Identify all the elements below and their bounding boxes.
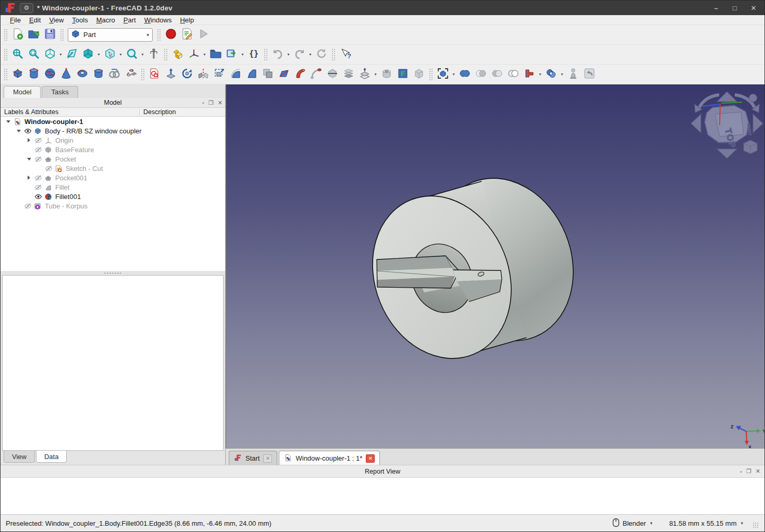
measure-button[interactable] bbox=[145, 46, 162, 63]
tree-expander-collapsed[interactable] bbox=[24, 174, 33, 182]
mdi-tab-close-icon[interactable]: ✕ bbox=[263, 454, 272, 463]
tree-item-fillet001[interactable]: Fillet001 bbox=[1, 192, 225, 201]
undo-button[interactable] bbox=[269, 46, 286, 63]
resize-grip[interactable] bbox=[752, 522, 759, 529]
open-document-button[interactable] bbox=[26, 27, 42, 43]
view-cursor-button[interactable] bbox=[102, 46, 118, 63]
toolbar-grip[interactable] bbox=[331, 48, 335, 61]
view-size-indicator[interactable]: 81.58 mm x 55.15 mm bbox=[669, 519, 736, 527]
shape-builder-button[interactable] bbox=[106, 66, 122, 82]
report-float-icon[interactable]: ❐ bbox=[746, 468, 751, 475]
toolbar-grip[interactable] bbox=[4, 68, 7, 81]
axonometric-dropdown-icon[interactable]: ▾ bbox=[58, 46, 64, 63]
cross-sections-button[interactable] bbox=[340, 66, 356, 82]
pawn-button[interactable] bbox=[565, 66, 581, 82]
scale-button[interactable] bbox=[211, 66, 227, 82]
axonometric-button[interactable] bbox=[42, 46, 58, 63]
torus-button[interactable] bbox=[74, 66, 90, 82]
toolbar-grip[interactable] bbox=[141, 68, 144, 81]
make-face-button[interactable] bbox=[260, 66, 276, 82]
braces-button[interactable]: {} bbox=[245, 46, 262, 63]
nav-arrow-down[interactable] bbox=[717, 149, 737, 158]
nav-orbit-dot[interactable] bbox=[749, 94, 757, 102]
bool-common-button[interactable] bbox=[473, 66, 489, 82]
save-document-button[interactable] bbox=[42, 27, 58, 43]
report-close-icon[interactable]: ✕ bbox=[756, 468, 760, 475]
workbench-selector[interactable]: Part▾ bbox=[68, 28, 153, 42]
view-cursor-dropdown-icon[interactable]: ▾ bbox=[118, 46, 124, 63]
tab-tasks[interactable]: Tasks bbox=[42, 86, 78, 98]
import-shape-button[interactable] bbox=[146, 66, 163, 82]
toolbar-grip[interactable] bbox=[4, 29, 7, 41]
redo-dropdown-icon[interactable]: ▾ bbox=[307, 46, 313, 63]
tree-expander-collapsed[interactable] bbox=[24, 136, 33, 144]
model-window-coupler[interactable] bbox=[349, 157, 597, 380]
link-make-dropdown-icon[interactable]: ▾ bbox=[240, 46, 245, 63]
toolbar-grip[interactable] bbox=[164, 48, 167, 61]
window-menu-gear-icon[interactable]: ⚙ bbox=[20, 3, 33, 13]
draw-style-dropdown-icon[interactable]: ▾ bbox=[96, 46, 102, 63]
draw-style-button[interactable] bbox=[80, 46, 96, 63]
compound-button[interactable] bbox=[435, 66, 451, 82]
toolbar-grip[interactable] bbox=[60, 29, 64, 41]
redo-button[interactable] bbox=[291, 46, 307, 63]
nav-arrow-left[interactable] bbox=[691, 114, 701, 133]
tab-data[interactable]: Data bbox=[36, 451, 67, 463]
box-button[interactable] bbox=[9, 66, 26, 82]
fit-selection-button[interactable] bbox=[26, 46, 42, 63]
chamfer-button[interactable] bbox=[243, 66, 260, 82]
tree-item-sketch-cut[interactable]: Sketch - Cut bbox=[1, 164, 225, 173]
solid-convert-button[interactable] bbox=[411, 66, 427, 82]
menu-view[interactable]: View bbox=[45, 16, 68, 24]
nav-style-selector[interactable]: Blender bbox=[623, 519, 646, 527]
fillet-button[interactable] bbox=[227, 66, 243, 82]
macro-edit-button[interactable] bbox=[179, 27, 195, 43]
loft-button[interactable] bbox=[292, 66, 308, 82]
toolbar-grip[interactable] bbox=[264, 48, 267, 61]
fit-all-button[interactable] bbox=[9, 46, 26, 63]
tree-item-basefeature[interactable]: BaseFeature bbox=[1, 145, 225, 154]
tree-item-body-rr-b-sz-window-coupler[interactable]: Body - RR/B SZ window coupler bbox=[1, 126, 225, 135]
revolve-button[interactable] bbox=[179, 66, 195, 82]
boolean-dropdown-icon[interactable]: ▾ bbox=[559, 66, 565, 82]
folder-button[interactable] bbox=[207, 46, 224, 63]
tree-item-origin[interactable]: Origin bbox=[1, 135, 225, 145]
align-view-button[interactable] bbox=[64, 46, 80, 63]
panel-close-icon[interactable]: ✕ bbox=[218, 100, 223, 106]
compound-dropdown-icon[interactable]: ▾ bbox=[451, 66, 456, 82]
sphere-button[interactable] bbox=[42, 66, 58, 82]
panel-float-icon[interactable]: ❐ bbox=[208, 100, 214, 106]
zoom-dropdown-icon[interactable]: ▾ bbox=[140, 46, 145, 63]
whats-this-button[interactable]: ? bbox=[337, 46, 353, 63]
bool-cut-button[interactable] bbox=[489, 66, 505, 82]
sweep-button[interactable] bbox=[308, 66, 324, 82]
tab-model[interactable]: Model bbox=[4, 86, 41, 98]
tube-button[interactable] bbox=[90, 66, 106, 82]
new-document-button[interactable] bbox=[9, 27, 26, 43]
tree-item-tube-korpus[interactable]: Tube - Korpus bbox=[1, 201, 225, 211]
defeature-button[interactable] bbox=[581, 66, 597, 82]
boolean-button[interactable] bbox=[543, 66, 559, 82]
tree-item-fillet[interactable]: Fillet bbox=[1, 182, 225, 192]
toolbar-grip[interactable] bbox=[157, 29, 161, 41]
bool-union-button[interactable] bbox=[456, 66, 473, 82]
nav-style-dropdown-icon[interactable]: ▾ bbox=[649, 521, 654, 526]
menu-edit[interactable]: Edit bbox=[25, 16, 45, 24]
panel-minimize-icon[interactable]: ▫ bbox=[202, 100, 204, 106]
undo-dropdown-icon[interactable]: ▾ bbox=[286, 46, 291, 63]
toolbar-grip[interactable] bbox=[429, 68, 433, 81]
navigation-cube[interactable]: TOP FRONT bbox=[691, 92, 763, 158]
cone-button[interactable] bbox=[58, 66, 74, 82]
cylinder-button[interactable] bbox=[26, 66, 42, 82]
menu-macro[interactable]: Macro bbox=[92, 16, 119, 24]
3d-viewport[interactable]: TOP FRONT bbox=[226, 84, 764, 448]
report-minimize-icon[interactable]: ▫ bbox=[740, 468, 742, 475]
macro-play-button[interactable] bbox=[195, 27, 211, 43]
thickness-button[interactable] bbox=[378, 66, 394, 82]
compound-tools-button[interactable] bbox=[122, 66, 139, 82]
menu-windows[interactable]: Windows bbox=[140, 16, 176, 24]
check-geometry-button[interactable] bbox=[521, 66, 537, 82]
datum-button[interactable] bbox=[186, 46, 202, 63]
check-geometry-dropdown-icon[interactable]: ▾ bbox=[537, 66, 543, 82]
nav-arrow-right[interactable] bbox=[753, 114, 763, 133]
